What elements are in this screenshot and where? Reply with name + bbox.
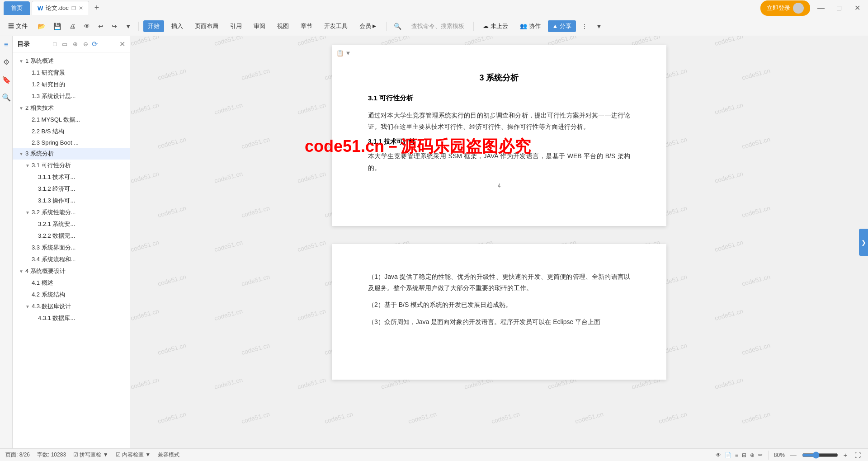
- toolbar-more-icon[interactable]: ▼: [123, 21, 134, 32]
- view-list-icon[interactable]: ≡: [735, 452, 738, 458]
- toc-item-text: 3.1.2 经济可...: [38, 185, 75, 193]
- toolbar: ☰ 文件 📂 💾 🖨 👁 ↩ ↪ ▼ 开始 插入 页面布局 引用 审阅 视图 章…: [0, 16, 868, 36]
- content-check[interactable]: ☑ 内容检查 ▼: [116, 451, 151, 459]
- toc-item[interactable]: ▼3.1.3 操作可...: [13, 195, 130, 207]
- view-read-icon[interactable]: 👁: [716, 452, 721, 458]
- toc-item[interactable]: ▼4.3.1 数据库...: [13, 312, 130, 324]
- word-count[interactable]: 字数: 10283: [37, 451, 66, 459]
- toolbar-devtools[interactable]: 开发工具: [320, 20, 352, 32]
- toolbar-overflow[interactable]: ⋮: [579, 21, 590, 32]
- view-edit-icon[interactable]: ✏: [758, 452, 763, 458]
- toc-refresh-icon[interactable]: ⟳: [92, 40, 98, 48]
- right-panel-toggle[interactable]: ❯: [859, 229, 868, 256]
- tab-home[interactable]: 首页: [4, 1, 30, 15]
- toolbar-save-icon[interactable]: 💾: [51, 21, 64, 32]
- toc-item[interactable]: ▼4.3.数据库设计: [13, 301, 130, 312]
- toc-item[interactable]: ▼3.4 系统流程和...: [13, 254, 130, 265]
- toc-item[interactable]: ▼3.1.2 经济可...: [13, 183, 130, 195]
- toolbar-open-icon[interactable]: 📂: [35, 21, 48, 32]
- doc-tab-restore[interactable]: ❐: [71, 5, 76, 11]
- zoom-minus-button[interactable]: —: [788, 451, 798, 460]
- toolbar-collab[interactable]: 👥 协作: [515, 20, 545, 32]
- compat-mode[interactable]: 兼容模式: [158, 451, 179, 459]
- toolbar-member[interactable]: 会员►: [355, 20, 382, 32]
- toolbar-expand[interactable]: ▼: [593, 21, 605, 32]
- doc-para4: （2）基于 B/S 模式的系统的开发已发展日趋成熟。: [368, 299, 630, 310]
- doc-tab-label: 论文.doc: [46, 4, 69, 12]
- add-tab-button[interactable]: +: [91, 1, 103, 14]
- tab-doc[interactable]: W 论文.doc ❐ ✕: [32, 1, 89, 15]
- toc-item-text: 3.1.1 技术可...: [38, 173, 75, 181]
- login-button[interactable]: 立即登录: [760, 0, 810, 16]
- minimize-button[interactable]: —: [814, 1, 828, 15]
- right-panel-chevron: ❯: [861, 239, 866, 246]
- toc-item[interactable]: ▼3.1.1 技术可...: [13, 171, 130, 183]
- toolbar-print-icon[interactable]: 🖨: [66, 21, 78, 32]
- toolbar-preview-icon[interactable]: 👁: [81, 21, 93, 32]
- toolbar-undo-icon[interactable]: ↩: [95, 21, 106, 32]
- toolbar-chapter[interactable]: 章节: [296, 20, 317, 32]
- spell-check-label: ☑ 拼写查检 ▼: [73, 451, 108, 459]
- page-menu[interactable]: 📋 ▼: [336, 50, 351, 56]
- toolbar-start[interactable]: 开始: [143, 20, 164, 32]
- toc-item[interactable]: ▼3.2.1 系统安...: [13, 218, 130, 230]
- toc-item[interactable]: ▼3.2 系统性能分...: [13, 207, 130, 218]
- view-split-icon[interactable]: ⊟: [742, 452, 746, 458]
- toc-item[interactable]: ▼1.3 系统设计思...: [13, 90, 130, 102]
- view-web-icon[interactable]: ⊕: [750, 452, 755, 458]
- toc-collapse-all[interactable]: ▭: [60, 40, 69, 48]
- toc-item[interactable]: ▼2.2 B/S 结构: [13, 126, 130, 137]
- toc-expand-all[interactable]: □: [52, 40, 59, 48]
- toolbar-insert[interactable]: 插入: [167, 20, 188, 32]
- toc-item[interactable]: ▼3.1 可行性分析: [13, 160, 130, 171]
- maximize-button[interactable]: □: [832, 1, 846, 15]
- toc-item[interactable]: ▼4.2 系统结构: [13, 289, 130, 301]
- page-menu-icon[interactable]: 📋 ▼: [336, 50, 351, 56]
- doc-tab-close[interactable]: ✕: [79, 5, 83, 11]
- toc-item[interactable]: ▼2.3 Spring Boot ...: [13, 137, 130, 148]
- cloud-icon: ☁: [483, 23, 489, 29]
- zoom-slider[interactable]: [802, 452, 838, 459]
- toc-item[interactable]: ▼3.2.2 数据完...: [13, 230, 130, 242]
- toc-item[interactable]: ▼1.1 研究背景: [13, 67, 130, 79]
- toc-item[interactable]: ▼2 相关技术: [13, 102, 130, 114]
- sidebar-search-icon[interactable]: 🔍: [0, 90, 13, 104]
- sidebar-tools-icon[interactable]: ⚙: [1, 55, 11, 69]
- toolbar-layout[interactable]: 页面布局: [190, 20, 223, 32]
- word-count-label: 字数: 10283: [37, 451, 66, 459]
- doc-scroll-area[interactable]: code51.cncode51.cncode51.cncode51.cncode…: [130, 36, 868, 448]
- close-button[interactable]: ✕: [850, 1, 864, 15]
- toc-item[interactable]: ▼3.3 系统界面分...: [13, 242, 130, 254]
- fullscreen-button[interactable]: ⛶: [853, 451, 863, 460]
- toc-item[interactable]: ▼1.2 研究目的: [13, 79, 130, 90]
- page-info[interactable]: 页面: 8/26: [5, 451, 30, 459]
- toc-item[interactable]: ▼1 系统概述: [13, 55, 130, 67]
- toc-add-icon[interactable]: ⊕: [71, 40, 80, 48]
- watermark-bg-text: code51.cn: [241, 410, 271, 425]
- toolbar-redo-icon[interactable]: ↪: [109, 21, 120, 32]
- toc-item-text: 4.3.数据库设计: [32, 302, 71, 310]
- toolbar-review[interactable]: 审阅: [249, 20, 270, 32]
- toc-remove-icon[interactable]: ⊖: [81, 40, 90, 48]
- sidebar-bookmark-icon[interactable]: 🔖: [0, 73, 13, 87]
- toolbar-view[interactable]: 视图: [273, 20, 293, 32]
- toolbar-cloud[interactable]: ☁ 未上云: [478, 20, 513, 32]
- toolbar-references[interactable]: 引用: [226, 20, 246, 32]
- status-right: 👁 📄 ≡ ⊟ ⊕ ✏ 80% — + ⛶: [716, 451, 863, 460]
- toc-item[interactable]: ▼3 系统分析: [13, 148, 130, 160]
- toc-item[interactable]: ▼4.1 概述: [13, 277, 130, 289]
- toc-item[interactable]: ▼2.1 MYSQL 数据...: [13, 114, 130, 126]
- view-doc-icon[interactable]: 📄: [725, 452, 731, 458]
- toc-close-button[interactable]: ✕: [119, 40, 125, 48]
- separator3: [473, 22, 474, 31]
- sidebar-outline-icon[interactable]: ≡: [2, 38, 10, 52]
- zoom-plus-button[interactable]: +: [842, 451, 849, 460]
- watermark-bg-text: code51.cn: [574, 410, 604, 425]
- toolbar-search-icon[interactable]: 🔍: [391, 21, 404, 32]
- toolbar-file[interactable]: ☰ 文件: [4, 20, 32, 32]
- toolbar-share[interactable]: ▲ 分享: [548, 20, 576, 32]
- toc-item[interactable]: ▼4 系统概要设计: [13, 265, 130, 277]
- toolbar-search-label[interactable]: 查找命令、搜索模板: [407, 20, 469, 32]
- spell-check[interactable]: ☑ 拼写查检 ▼: [73, 451, 108, 459]
- toc-item-text: 3.2 系统性能分...: [32, 208, 76, 216]
